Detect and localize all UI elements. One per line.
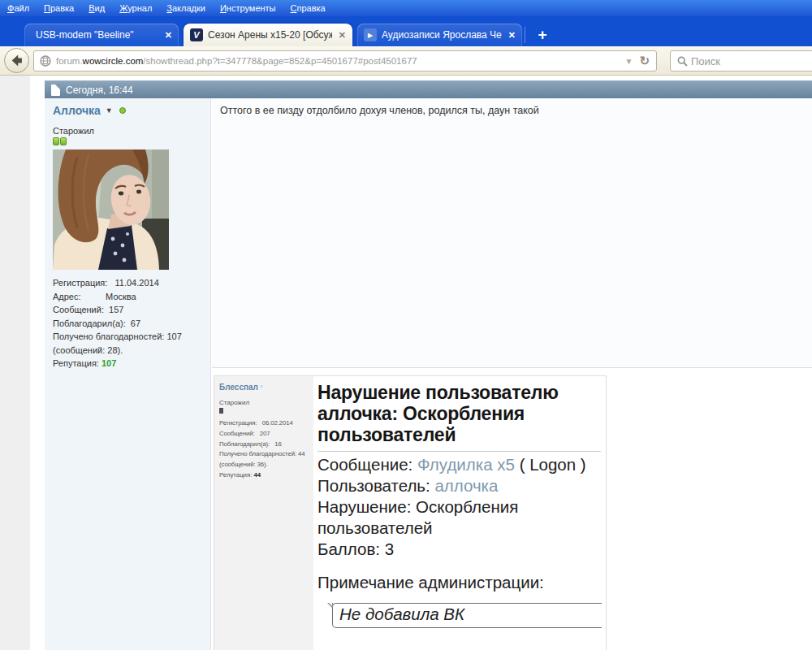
menu-bar: Файл Правка Вид Журнал Закладки Инструме… xyxy=(0,0,812,16)
tab-season-arena[interactable]: V Сезон Арены x15-20 [Обсуж... ✕ xyxy=(184,24,352,46)
audio-favicon: ▶ xyxy=(364,28,377,41)
author-avatar[interactable] xyxy=(53,150,169,270)
url-dropdown-icon[interactable]: ▼ xyxy=(620,57,638,66)
quote-tail-icon xyxy=(327,603,333,609)
screenshot-author-column: Блесспал ° Старожил Регистрация: 06.02.2… xyxy=(214,376,313,650)
screenshot-badge-icon xyxy=(219,408,223,414)
tab-close-icon[interactable]: ✕ xyxy=(165,30,172,41)
tab-separator xyxy=(525,27,525,43)
divider xyxy=(317,451,601,452)
address-bar[interactable]: forum.wowcircle.com/showthread.php?t=347… xyxy=(33,50,657,72)
violation-details: Сообщение: Флудилка x5 ( Logon ) Пользов… xyxy=(317,454,601,560)
back-button[interactable] xyxy=(4,48,29,73)
post-date: Сегодня, 16:44 xyxy=(66,84,133,96)
tab-bar: USB-modem "Beeline" ✕ V Сезон Арены x15-… xyxy=(0,16,812,46)
search-icon xyxy=(677,56,688,67)
site-globe-icon xyxy=(40,55,51,67)
post-text: Оттого в ее пизду отдолбило дохуя членов… xyxy=(212,98,812,368)
post-author-sidebar: Аллочка ▼ Старожил xyxy=(45,98,211,650)
admin-note-label: Примечание администрации: xyxy=(317,573,601,592)
back-arrow-icon xyxy=(8,52,25,69)
menu-bookmarks[interactable]: Закладки xyxy=(159,0,213,16)
browser-window: Файл Правка Вид Журнал Закладки Инструме… xyxy=(0,0,812,650)
forum-page: Сегодня, 16:44 Аллочка ▼ Старожил xyxy=(0,76,812,650)
navigation-toolbar: forum.wowcircle.com/showthread.php?t=347… xyxy=(0,46,812,76)
menu-help[interactable]: Справка xyxy=(283,0,333,16)
violation-heading: Нарушение пользователю аллочка: Оскорбле… xyxy=(317,382,601,445)
screenshot-username: Блесспал ° xyxy=(219,383,309,392)
menu-file[interactable]: Файл xyxy=(0,0,37,16)
tab-close-icon[interactable]: ✕ xyxy=(508,30,516,41)
search-placeholder: Поиск xyxy=(691,55,720,67)
menu-history[interactable]: Журнал xyxy=(112,0,159,16)
reputation-pip-icon xyxy=(60,137,67,145)
violation-screenshot-image: Блесспал ° Старожил Регистрация: 06.02.2… xyxy=(214,375,607,650)
reputation-badges xyxy=(53,137,202,145)
tab-usb-modem[interactable]: USB-modem "Beeline" ✕ xyxy=(24,24,179,46)
reputation-pip-icon xyxy=(53,137,59,145)
user-link: аллочка xyxy=(434,476,498,495)
admin-note-box: Не добавила ВК xyxy=(332,603,602,628)
author-rank: Старожил xyxy=(53,126,202,136)
reload-icon[interactable]: ↻ xyxy=(637,54,656,68)
screenshot-content: Нарушение пользователю аллочка: Оскорбле… xyxy=(313,376,606,650)
menu-edit[interactable]: Правка xyxy=(37,0,81,16)
user-menu-caret-icon[interactable]: ▼ xyxy=(106,106,113,115)
screenshot-author-stats: Регистрация: 06.02.2014 Сообщений: 207 П… xyxy=(219,418,309,470)
new-tab-button[interactable]: + xyxy=(533,25,552,45)
wowcircle-favicon: V xyxy=(190,28,203,41)
post-date-header: Сегодня, 16:44 xyxy=(45,80,812,98)
tab-audio[interactable]: ▶ Аудиозаписи Ярослава Чеб... ✕ xyxy=(357,24,522,46)
author-reputation: Репутация: 107 xyxy=(53,357,202,370)
search-box[interactable]: Поиск xyxy=(670,50,812,72)
author-stats: Регистрация: 11.04.2014 Адрес: Москва Со… xyxy=(53,276,202,357)
author-username-link[interactable]: Аллочка xyxy=(53,104,101,117)
url-text: forum.wowcircle.com/showthread.php?t=347… xyxy=(56,56,620,66)
admin-note-text: Не добавила ВК xyxy=(339,604,464,623)
thread-link: Флудилка x5 xyxy=(417,455,515,474)
menu-tools[interactable]: Инструменты xyxy=(213,0,283,16)
tab-close-icon[interactable]: ✕ xyxy=(339,30,346,41)
menu-view[interactable]: Вид xyxy=(81,0,112,16)
online-status-icon xyxy=(119,107,126,114)
screenshot-author-reputation: Репутация: 44 xyxy=(219,471,309,479)
post-icon xyxy=(51,84,60,96)
